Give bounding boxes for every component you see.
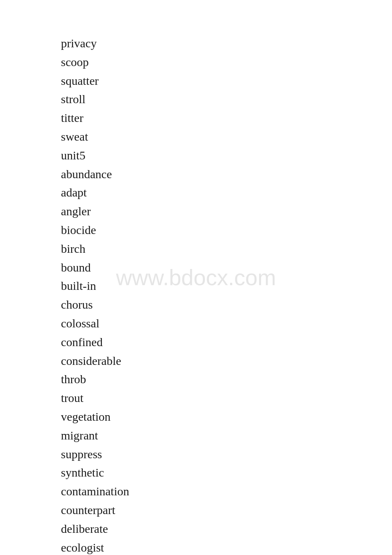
list-item: abundance bbox=[61, 165, 392, 184]
list-item: privacy bbox=[61, 34, 392, 53]
list-item: ecologist bbox=[61, 538, 392, 555]
list-item: unit5 bbox=[61, 146, 392, 165]
list-item: throb bbox=[61, 370, 392, 389]
list-item: biocide bbox=[61, 221, 392, 240]
list-item: squatter bbox=[61, 72, 392, 90]
list-item: deliberate bbox=[61, 520, 392, 538]
list-item: titter bbox=[61, 109, 392, 127]
list-item: bound bbox=[61, 258, 392, 277]
list-item: counterpart bbox=[61, 501, 392, 520]
list-item: stroll bbox=[61, 90, 392, 109]
list-item: migrant bbox=[61, 426, 392, 445]
list-item: chorus bbox=[61, 295, 392, 314]
list-item: contamination bbox=[61, 482, 392, 501]
list-item: sweat bbox=[61, 127, 392, 146]
list-item: vegetation bbox=[61, 408, 392, 426]
list-item: synthetic bbox=[61, 463, 392, 482]
list-item: angler bbox=[61, 202, 392, 221]
list-item: scoop bbox=[61, 53, 392, 72]
list-item: built-in bbox=[61, 277, 392, 295]
list-item: birch bbox=[61, 240, 392, 258]
list-item: suppress bbox=[61, 445, 392, 464]
word-list: privacyscoopsquatterstrolltittersweatuni… bbox=[0, 0, 392, 555]
list-item: trout bbox=[61, 389, 392, 408]
list-item: adapt bbox=[61, 183, 392, 202]
list-item: confined bbox=[61, 333, 392, 352]
list-item: colossal bbox=[61, 314, 392, 333]
list-item: considerable bbox=[61, 352, 392, 370]
